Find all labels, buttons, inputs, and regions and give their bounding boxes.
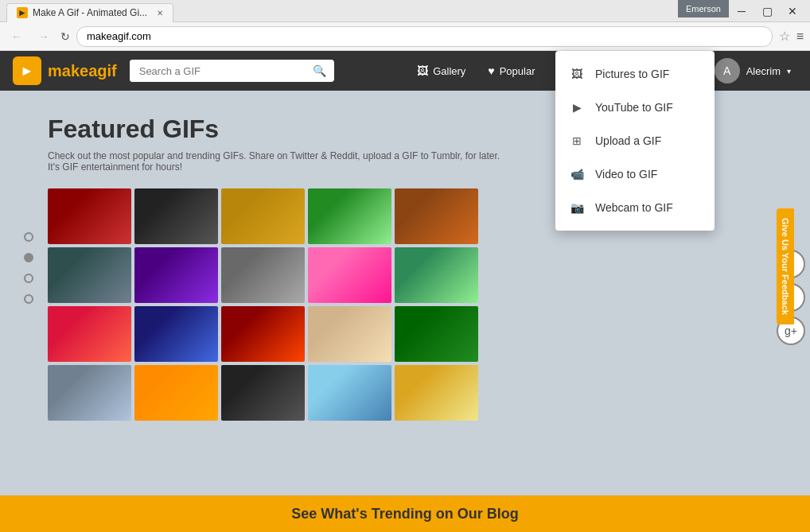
gif-row-4 [48, 365, 762, 421]
video-to-gif-item[interactable]: 📹 Video to GIF [555, 157, 715, 191]
gif-item[interactable] [395, 247, 478, 303]
back-button[interactable]: ← [6, 29, 27, 45]
pictures-icon: 🖼 [568, 65, 586, 83]
popular-link[interactable]: ♥ Popular [478, 58, 544, 83]
pictures-to-gif-item[interactable]: 🖼 Pictures to GIF [555, 57, 715, 91]
dot-2[interactable] [24, 253, 33, 262]
gif-item[interactable] [395, 188, 478, 244]
gif-item[interactable] [48, 247, 131, 303]
heart-icon: ♥ [488, 64, 494, 77]
logo-text: makeagif [48, 62, 117, 80]
gif-item[interactable] [395, 365, 478, 421]
menu-button[interactable]: ≡ [796, 29, 804, 44]
tab-favicon: ► [17, 7, 28, 18]
forward-button[interactable]: → [33, 29, 54, 45]
dot-3[interactable] [24, 274, 33, 283]
gif-item[interactable] [134, 247, 218, 303]
feedback-tab[interactable]: Give Us Your Feedback [777, 208, 794, 324]
tab-close-button[interactable]: ✕ [157, 9, 163, 17]
gif-item[interactable] [134, 188, 218, 244]
maximize-button[interactable]: ▢ [756, 0, 778, 22]
bottom-bar-text: See What's Trending on Our Blog [291, 506, 518, 522]
gif-item[interactable] [221, 188, 305, 244]
search-input[interactable] [130, 60, 305, 82]
gif-item[interactable] [308, 247, 391, 303]
upload-gif-item[interactable]: ⊞ Upload a GIF [555, 124, 715, 157]
dot-1[interactable] [24, 232, 33, 242]
gif-item[interactable] [134, 306, 218, 362]
dot-4[interactable] [24, 294, 33, 304]
gif-row-3 [48, 306, 762, 362]
user-tag: Emerson [678, 0, 729, 17]
webcam-icon: 📷 [568, 199, 586, 216]
page-subtitle: Check out the most popular and trending … [48, 150, 501, 173]
gif-item[interactable] [221, 306, 305, 362]
gif-item[interactable] [395, 306, 478, 362]
youtube-to-gif-item[interactable]: ▶ YouTube to GIF [555, 91, 715, 124]
gif-item[interactable] [308, 188, 391, 244]
user-menu-button[interactable]: A Alecrim ▾ [708, 55, 797, 87]
webcam-to-gif-item[interactable]: 📷 Webcam to GIF [555, 191, 715, 224]
gif-item[interactable] [48, 306, 131, 362]
sidebar-dots [24, 232, 33, 304]
video-icon: 📹 [568, 165, 586, 183]
gif-item[interactable] [48, 365, 131, 421]
search-button[interactable]: 🔍 [305, 60, 334, 82]
url-input[interactable] [76, 26, 773, 47]
close-button[interactable]: ✕ [781, 0, 804, 22]
window-controls: ─ ▢ ✕ [730, 0, 804, 22]
gif-item[interactable] [221, 247, 305, 303]
gallery-icon: 🖼 [417, 64, 428, 77]
browser-tab[interactable]: ► Make A Gif - Animated Gi... ✕ [6, 3, 173, 22]
upload-icon: ⊞ [568, 132, 586, 150]
user-tag-label: Emerson [686, 4, 721, 14]
gif-item[interactable] [134, 365, 218, 421]
title-bar: ► Make A Gif - Animated Gi... ✕ Emerson … [0, 0, 810, 22]
address-bar: ← → ↻ ☆ ≡ [0, 22, 810, 51]
gallery-link[interactable]: 🖼 Gallery [407, 58, 475, 83]
gif-item[interactable] [308, 365, 391, 421]
gif-item[interactable] [308, 306, 391, 362]
logo[interactable]: ► makeagif [13, 56, 117, 85]
search-container: 🔍 [130, 60, 334, 82]
bottom-bar[interactable]: See What's Trending on Our Blog [0, 495, 810, 532]
bookmark-button[interactable]: ☆ [779, 29, 790, 44]
minimize-button[interactable]: ─ [730, 0, 753, 22]
refresh-button[interactable]: ↻ [60, 30, 70, 43]
youtube-icon: ▶ [568, 99, 586, 116]
gif-item[interactable] [221, 365, 305, 421]
gif-row-2 [48, 247, 762, 303]
create-dropdown-menu: 🖼 Pictures to GIF ▶ YouTube to GIF ⊞ Upl… [555, 51, 715, 231]
tab-title: Make A Gif - Animated Gi... [33, 7, 147, 18]
gif-item[interactable] [48, 188, 131, 244]
avatar: A [715, 58, 740, 83]
logo-icon: ► [13, 56, 41, 85]
